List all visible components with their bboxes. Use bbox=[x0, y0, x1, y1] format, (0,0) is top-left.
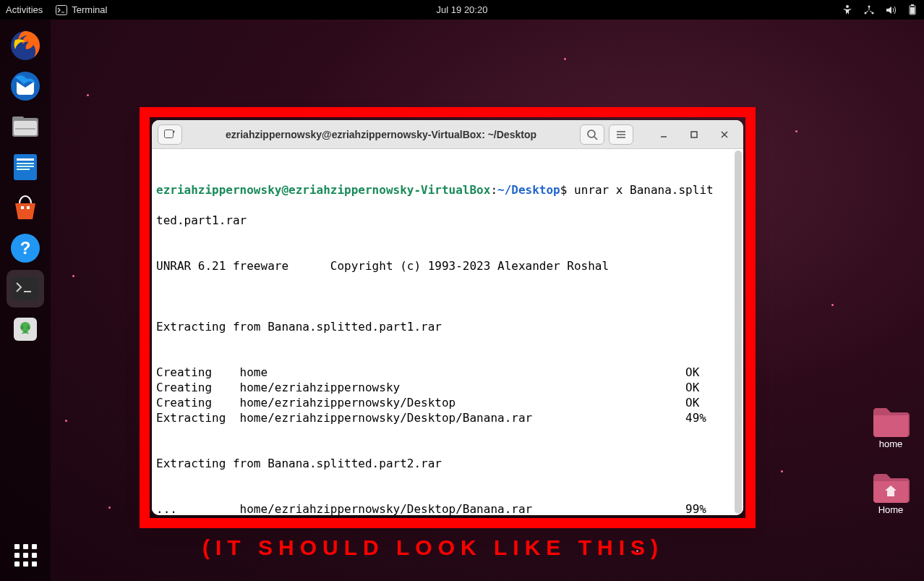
terminal-line: Creating home OK bbox=[156, 365, 739, 380]
dock-files[interactable] bbox=[7, 108, 44, 145]
clock[interactable]: Jul 19 20:20 bbox=[437, 4, 488, 15]
terminal-titlebar[interactable]: ezriahzippernowsky@ezriahzippernowsky-Vi… bbox=[152, 120, 743, 149]
dock-trash[interactable] bbox=[7, 310, 44, 348]
svg-rect-0 bbox=[56, 5, 67, 14]
dock-thunderbird[interactable] bbox=[7, 67, 44, 105]
files-icon bbox=[9, 111, 41, 143]
software-icon bbox=[9, 192, 41, 224]
dock-firefox[interactable] bbox=[7, 27, 44, 64]
scrollbar[interactable] bbox=[735, 150, 742, 514]
window-title: ezriahzippernowsky@ezriahzippernowsky-Vi… bbox=[187, 129, 576, 140]
menu-button[interactable] bbox=[609, 124, 633, 145]
activities-button[interactable]: Activities bbox=[6, 4, 43, 15]
dock-writer[interactable] bbox=[7, 148, 44, 186]
active-app-name: Terminal bbox=[72, 4, 107, 15]
search-icon bbox=[586, 129, 598, 140]
dock: ? bbox=[0, 20, 51, 581]
svg-rect-25 bbox=[165, 130, 174, 137]
desktop-label: home bbox=[879, 438, 903, 449]
terminal-line: ... home/ezriahzippernowsky/Desktop/Bana… bbox=[156, 501, 739, 515]
terminal-icon bbox=[56, 5, 67, 15]
terminal-body[interactable]: ezriahzippernowsky@ezriahzippernowsky-Vi… bbox=[152, 149, 743, 515]
svg-point-9 bbox=[11, 72, 40, 101]
hamburger-icon bbox=[615, 129, 627, 140]
desktop-folder-home-upper[interactable]: Home bbox=[872, 471, 910, 515]
annotation-caption: (IT SHOULD LOOK LIKE THIS) bbox=[202, 535, 664, 560]
terminal-window: ezriahzippernowsky@ezriahzippernowsky-Vi… bbox=[152, 120, 743, 515]
search-button[interactable] bbox=[580, 124, 604, 145]
minimize-button[interactable] bbox=[651, 124, 677, 145]
svg-rect-20 bbox=[27, 206, 30, 209]
volume-icon[interactable] bbox=[885, 4, 897, 16]
dock-software[interactable] bbox=[7, 189, 44, 226]
folder-icon bbox=[872, 405, 910, 438]
firefox-icon bbox=[9, 30, 41, 62]
minimize-icon bbox=[659, 130, 668, 139]
network-icon[interactable] bbox=[863, 4, 875, 16]
svg-rect-15 bbox=[17, 158, 34, 161]
thunderbird-icon bbox=[9, 70, 41, 102]
terminal-line: Extracting home/ezriahzippernowsky/Deskt… bbox=[156, 410, 739, 425]
terminal-app-icon bbox=[9, 273, 41, 305]
svg-rect-16 bbox=[17, 163, 34, 164]
new-tab-icon bbox=[164, 130, 176, 140]
svg-rect-17 bbox=[17, 166, 34, 167]
new-tab-button[interactable] bbox=[158, 124, 182, 145]
terminal-line: Extracting from Banana.splitted.part2.ra… bbox=[156, 456, 739, 471]
dock-help[interactable]: ? bbox=[7, 229, 44, 267]
accessibility-icon[interactable] bbox=[842, 4, 853, 16]
svg-rect-18 bbox=[17, 169, 30, 170]
svg-rect-13 bbox=[15, 128, 35, 130]
desktop-icons: home Home bbox=[872, 405, 910, 515]
terminal-line: ted.part1.rar bbox=[156, 213, 739, 228]
terminal-line: Creating home/ezriahzippernowsky OK bbox=[156, 380, 739, 395]
svg-point-26 bbox=[588, 130, 595, 137]
close-button[interactable] bbox=[711, 124, 737, 145]
writer-icon bbox=[9, 151, 41, 183]
terminal-line: Creating home/ezriahzippernowsky/Desktop… bbox=[156, 395, 739, 410]
dock-apps-grid[interactable] bbox=[7, 536, 44, 574]
svg-rect-7 bbox=[910, 7, 915, 14]
dock-terminal[interactable] bbox=[7, 270, 44, 308]
maximize-button[interactable] bbox=[681, 124, 707, 145]
svg-rect-19 bbox=[21, 206, 24, 209]
desktop-label: Home bbox=[878, 504, 904, 515]
terminal-line: ezriahzippernowsky@ezriahzippernowsky-Vi… bbox=[156, 182, 739, 198]
desktop-folder-home-lower[interactable]: home bbox=[872, 405, 910, 449]
svg-rect-27 bbox=[691, 132, 697, 137]
home-folder-icon bbox=[872, 471, 910, 504]
terminal-line: UNRAR 6.21 freeware Copyright (c) 1993-2… bbox=[156, 258, 739, 273]
active-app-indicator[interactable]: Terminal bbox=[56, 4, 107, 15]
svg-point-1 bbox=[846, 5, 849, 8]
svg-rect-23 bbox=[12, 277, 38, 300]
close-icon bbox=[720, 130, 729, 139]
apps-grid-icon bbox=[14, 544, 37, 567]
top-bar: Activities Terminal Jul 19 20:20 bbox=[0, 0, 924, 20]
svg-text:?: ? bbox=[20, 238, 31, 258]
maximize-icon bbox=[690, 130, 698, 139]
help-icon: ? bbox=[9, 232, 41, 264]
battery-icon[interactable] bbox=[907, 4, 918, 16]
svg-rect-11 bbox=[12, 116, 24, 121]
terminal-line: Extracting from Banana.splitted.part1.ra… bbox=[156, 319, 739, 334]
svg-rect-6 bbox=[911, 4, 914, 6]
trash-icon bbox=[9, 313, 41, 345]
